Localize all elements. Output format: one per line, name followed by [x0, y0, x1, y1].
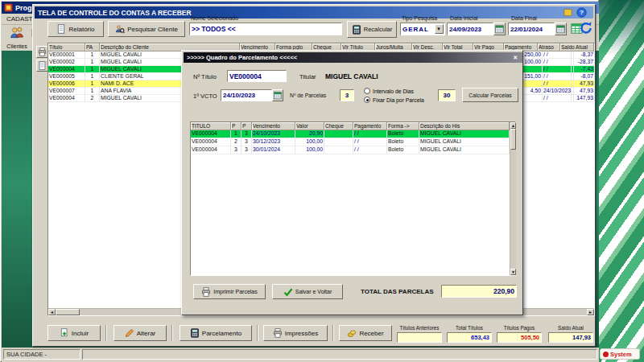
data-final-calendar-icon[interactable] [555, 23, 567, 35]
printer-icon [201, 287, 211, 297]
col-header[interactable]: Descrição do His [419, 122, 510, 130]
data-inicial-calendar-icon[interactable] [493, 23, 506, 35]
dialog-title: >>>>> Quadro do Parcelamento <<<<< [187, 54, 511, 61]
divider [171, 325, 173, 341]
impressoes-button[interactable]: Impressões [263, 325, 328, 341]
pesquisar-label: Pesquisar Cliente [127, 26, 178, 33]
col-header[interactable]: TITULO [191, 122, 231, 130]
parcelas-header-row: TITULO P P Vencimento Valor Cheque Pagam… [191, 122, 510, 130]
cell-titulo: VE000004 [48, 66, 85, 72]
help-icon[interactable]: ? [576, 7, 587, 18]
col-header[interactable]: Valor [295, 122, 324, 130]
close-icon[interactable]: ✕ [511, 55, 519, 61]
system-badge-label: System [610, 351, 632, 358]
scroll-down-icon[interactable]: ▼ [510, 269, 516, 275]
dialog-titlebar[interactable]: >>>>> Quadro do Parcelamento <<<<< ✕ [184, 52, 522, 63]
dia-parcela-field[interactable]: 30 [438, 89, 456, 101]
nome-selecionado-label: Nome Selecionado [191, 15, 238, 21]
vcto-calendar-icon[interactable] [272, 89, 283, 101]
scroll-right-icon[interactable]: ► [587, 309, 594, 315]
col-header[interactable]: Pagamento [353, 122, 387, 130]
recalcular-button[interactable]: Recalcular [347, 21, 397, 38]
print-grid-icon[interactable] [36, 46, 48, 58]
num-parcelas-field[interactable]: 3 [340, 89, 354, 101]
col-header[interactable]: Cheque [324, 122, 353, 130]
refresh-icon[interactable] [579, 21, 593, 35]
radio-intervalo-dias[interactable]: Intervalo de Dias [364, 88, 414, 94]
cell-titulo: VE000005 [48, 73, 85, 80]
window-titlebar[interactable]: TELA DE CONTROLE DO CONTAS A RECEBER [35, 6, 593, 19]
system-dot-icon [603, 352, 609, 357]
cell-pagamento: / / [543, 59, 572, 65]
cell-descricao: MIGUEL CAVALI [419, 146, 510, 154]
relatorio-button[interactable]: Relatório [47, 21, 104, 37]
parcelas-empty-area [191, 154, 510, 275]
incluir-button[interactable]: Incluir [47, 325, 101, 341]
pesquisar-cliente-button[interactable]: Pesquisar Cliente [108, 21, 185, 37]
cell-titulo: VE000004 [48, 95, 85, 101]
parcelamento-button[interactable]: Parcelamento [180, 325, 252, 341]
titulos-anteriores-label: Títulos Anteriores [397, 325, 442, 331]
col-header[interactable]: Título [48, 43, 85, 51]
search-client-icon [115, 24, 125, 34]
titlebar-gold-icon[interactable] [563, 8, 573, 17]
col-header[interactable]: Atraso [538, 43, 560, 51]
scroll-left-icon[interactable]: ◄ [48, 309, 56, 315]
scroll-up-icon[interactable]: ▲ [510, 122, 516, 129]
parcelas-grid[interactable]: TITULO P P Vencimento Valor Cheque Pagam… [190, 121, 516, 276]
calcular-parcelas-button[interactable]: Calcular Parcelas [462, 88, 518, 102]
vcto-field[interactable]: 24/10/2023 [221, 89, 272, 101]
col-header[interactable]: P [231, 122, 242, 130]
radio-fixar-label: Fixar Dia por Parcela [373, 97, 424, 103]
cell-p: 2 [231, 138, 242, 146]
col-header[interactable]: Saldo Atual [560, 43, 594, 51]
installments-calculator-icon [190, 328, 200, 338]
tipo-pesquisa-select[interactable]: GERAL ▼ [400, 23, 445, 35]
cell-vencimento: 24/10/2023 [252, 130, 295, 138]
nome-selecionado-field[interactable]: >> TODOS << [189, 23, 342, 35]
radio-off-icon [364, 88, 370, 94]
radio-fixar-dia[interactable]: Fixar Dia por Parcela [364, 97, 424, 103]
total-titulos-label: Total Títulos [447, 325, 492, 331]
col-header[interactable]: PA [85, 43, 100, 51]
scrollbar-thumb[interactable] [56, 309, 80, 315]
receber-button[interactable]: Receber [339, 325, 392, 341]
parcela-row[interactable]: VE0000042330/12/2023100,00/ /BoletoMIGUE… [191, 138, 510, 146]
col-header[interactable]: Forma -> [387, 122, 419, 130]
data-final-field[interactable]: 22/01/2024 [508, 23, 555, 35]
divider [257, 325, 258, 341]
imprimir-parcelas-button[interactable]: Imprimir Parcelas [193, 284, 266, 299]
salvar-voltar-button[interactable]: Salvar e Voltar [272, 284, 343, 299]
cell-forma: Boleto [387, 146, 419, 154]
scrollbar-thumb[interactable] [510, 129, 516, 150]
parcela-row[interactable]: VE0000043330/01/2024100,00/ /BoletoMIGUE… [191, 146, 510, 154]
document-icon[interactable] [36, 60, 48, 72]
total-titulos-value: 653,43 [447, 332, 492, 343]
cell-pa: 1 [85, 59, 100, 65]
vertical-scrollbar[interactable]: ▲ ▼ [510, 122, 516, 275]
parcela-row-selected[interactable]: VE0000041324/10/202320,90/ /BoletoMIGUEL… [191, 130, 510, 138]
screen: System Programa F CADASTROS Clientes SUA… [0, 0, 644, 362]
status-city-label: SUA CIDADE - [6, 351, 47, 358]
num-titulo-field[interactable]: VE000004 [227, 70, 287, 82]
titular-value: MIGUEL CAVALI [325, 72, 378, 80]
money-coins-icon [347, 328, 357, 338]
cell-titulo: VE000004 [191, 130, 231, 138]
cell-valor: 100,00 [295, 138, 324, 146]
divider [332, 325, 334, 341]
titulos-pagos-value: 505,50 [497, 332, 542, 343]
toolbar-item-clientes[interactable]: Clientes [3, 25, 31, 50]
cell-pagamento: / / [543, 95, 572, 101]
data-final-label: Data Final [511, 15, 537, 21]
col-header[interactable]: P [242, 122, 252, 130]
cell-pa: 1 [85, 66, 100, 72]
cell-total-p: 3 [242, 146, 252, 154]
alterar-button[interactable]: Alterar [114, 325, 167, 341]
dropdown-arrow-icon[interactable]: ▼ [435, 24, 444, 34]
desktop-system-badge[interactable]: System [600, 348, 640, 360]
data-inicial-field[interactable]: 24/09/2023 [447, 23, 493, 35]
col-header[interactable]: Vencimento [252, 122, 295, 130]
cell-titulo: VE000006 [48, 80, 85, 87]
cell-vencimento: 30/12/2023 [252, 138, 295, 146]
printer-icon [273, 328, 283, 338]
